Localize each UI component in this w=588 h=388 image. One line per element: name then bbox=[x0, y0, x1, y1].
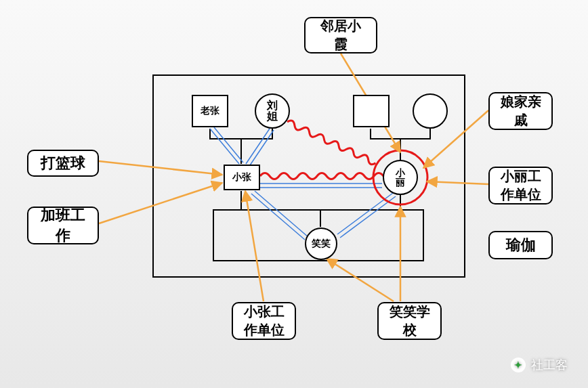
node-neighbor: 邻居小 霞 bbox=[304, 17, 377, 53]
node-liu-jie: 刘 姐 bbox=[255, 93, 290, 129]
watermark-text: 社工客 bbox=[531, 357, 568, 373]
node-basketball: 打篮球 bbox=[27, 150, 99, 177]
node-relatives: 娘家亲 戚 bbox=[488, 92, 553, 130]
node-xiaoxiao-school: 笑笑学 校 bbox=[377, 302, 442, 340]
watermark: ✦ 社工客 bbox=[511, 357, 568, 373]
node-right-father bbox=[353, 95, 390, 127]
node-xiaoxiao: 笑笑 bbox=[305, 228, 337, 260]
node-xiao-zhang: 小张 bbox=[224, 165, 260, 190]
node-lao-zhang: 老张 bbox=[192, 95, 228, 127]
node-yoga: 瑜伽 bbox=[488, 231, 553, 259]
node-zhang-work: 小张工 作单位 bbox=[232, 302, 296, 340]
wechat-icon: ✦ bbox=[511, 358, 526, 372]
node-overtime: 加班工 作 bbox=[27, 207, 99, 244]
node-right-mother bbox=[413, 93, 448, 129]
node-xiao-li: 小 丽 bbox=[383, 160, 418, 195]
node-li-work: 小丽工 作单位 bbox=[488, 167, 553, 204]
